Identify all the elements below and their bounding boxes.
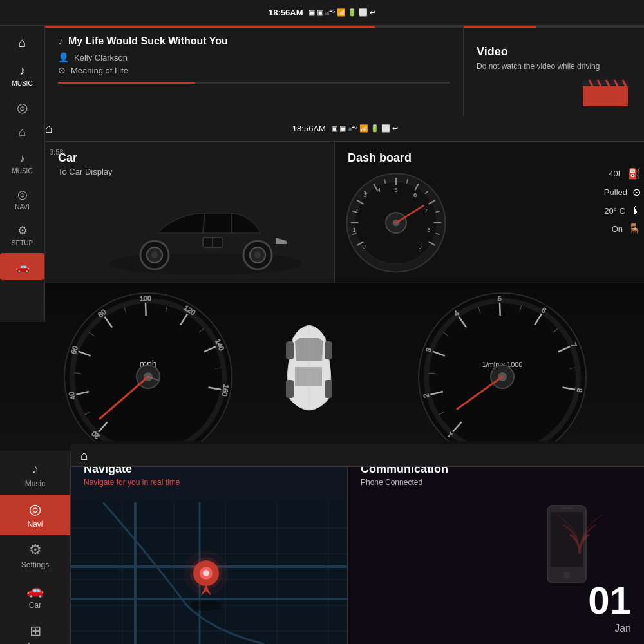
navigate-panel: Navigate Navigate for you in real time bbox=[71, 451, 348, 644]
nav-sidebar-navi[interactable]: ◎ Navi bbox=[0, 495, 70, 535]
top-content-area: ♪ My Life Would Suck Without You 👤 Kelly… bbox=[45, 26, 644, 116]
nav-sidebar-settings[interactable]: ⚙ Settings bbox=[0, 535, 70, 576]
svg-rect-81 bbox=[286, 341, 294, 359]
sidebar-item-music[interactable]: ♪ MUSIC bbox=[0, 57, 44, 93]
status-icons: ▣ ▣ ᵢₗₗ⁴ᴳ 📶 🔋 ⬜ ↩ bbox=[308, 8, 375, 17]
track-time: 3:58 bbox=[46, 145, 66, 159]
car-panel: Car To Car Display bbox=[45, 142, 335, 283]
music-progress-fill bbox=[58, 82, 195, 84]
sidebar2-music[interactable]: ♪ MUSIC bbox=[0, 146, 44, 181]
on-value: On bbox=[612, 224, 623, 234]
svg-point-15 bbox=[254, 252, 261, 258]
sidebar2-music-label: MUSIC bbox=[12, 167, 32, 175]
status-bar: 18:56AM ▣ ▣ ᵢₗₗ⁴ᴳ 📶 🔋 ⬜ ↩ bbox=[0, 0, 644, 26]
nav-sidebar-apps[interactable]: ⊞ Apps bbox=[0, 616, 70, 644]
car-panel-subtitle: To Car Display bbox=[58, 167, 321, 176]
sidebar2-setup-label: SETUP bbox=[12, 240, 33, 247]
svg-text:0: 0 bbox=[362, 243, 365, 250]
nav-sidebar: ♪ Music ◎ Navi ⚙ Settings 🚗 Car ⊞ Apps bbox=[0, 451, 71, 644]
nav-settings-label: Settings bbox=[21, 560, 49, 569]
home-icon-bar2[interactable]: ⌂ bbox=[45, 121, 53, 136]
sidebar2-navi-icon: ◎ bbox=[17, 187, 28, 202]
svg-text:1: 1 bbox=[353, 226, 356, 233]
pull-icon: ⊙ bbox=[632, 186, 641, 198]
svg-point-12 bbox=[151, 252, 158, 258]
dashboard-gauges: 5 6 7 8 9 4 3 2 1 0 bbox=[335, 168, 644, 278]
music-panel: ♪ My Life Would Suck Without You 👤 Kelly… bbox=[45, 26, 464, 116]
signal-svg bbox=[541, 509, 618, 560]
nav-sidebar-car[interactable]: 🚗 Car bbox=[0, 576, 70, 616]
nav-navi-icon: ◎ bbox=[29, 501, 41, 518]
car-image bbox=[77, 180, 334, 283]
svg-rect-0 bbox=[583, 84, 628, 106]
pull-value: Pulled bbox=[604, 187, 627, 197]
sidebar2-setup-icon: ⚙ bbox=[17, 223, 28, 238]
music-title-text: My Life Would Suck Without You bbox=[68, 35, 228, 47]
svg-point-135 bbox=[190, 600, 222, 611]
music-title-row: ♪ My Life Would Suck Without You bbox=[58, 35, 450, 47]
svg-point-7 bbox=[109, 252, 303, 275]
album-icon: ⊙ bbox=[58, 65, 66, 75]
nav-music-label: Music bbox=[25, 479, 45, 488]
svg-text:7: 7 bbox=[424, 207, 428, 214]
artist-icon: 👤 bbox=[58, 52, 69, 62]
music-artist-row: 👤 Kelly Clarkson bbox=[58, 52, 450, 62]
svg-text:3: 3 bbox=[364, 191, 367, 198]
dash-gauge-svg: 5 6 7 8 9 4 3 2 1 0 bbox=[341, 168, 451, 278]
sidebar2-car[interactable]: 🚗 bbox=[0, 253, 44, 280]
music-artist-text: Kelly Clarkson bbox=[74, 53, 128, 62]
sidebar2-navi-label: NAVI bbox=[15, 204, 30, 211]
svg-text:100: 100 bbox=[139, 294, 151, 303]
svg-point-138 bbox=[563, 571, 571, 579]
temp-value: 20° C bbox=[604, 206, 625, 216]
music-album-row: ⊙ Meaning of Life bbox=[58, 65, 450, 75]
home-icon: ⌂ bbox=[18, 35, 26, 50]
nav-sidebar-music[interactable]: ♪ Music bbox=[0, 454, 70, 495]
sidebar2-car-icon: 🚗 bbox=[15, 260, 30, 274]
pull-indicator: Pulled ⊙ bbox=[604, 186, 641, 198]
svg-line-96 bbox=[500, 303, 500, 316]
sidebar2-music-icon: ♪ bbox=[19, 152, 25, 166]
date-month: Jan bbox=[588, 623, 631, 634]
car-panel-header: Car To Car Display bbox=[45, 142, 334, 180]
sidebar-label-music: MUSIC bbox=[12, 80, 32, 87]
music-icon: ♪ bbox=[19, 63, 26, 78]
svg-rect-84 bbox=[325, 380, 332, 398]
sidebar2-home-icon: ⌂ bbox=[19, 126, 26, 139]
fuel-icon: ⛽ bbox=[628, 167, 641, 180]
seat-icon: 🪑 bbox=[628, 223, 641, 235]
svg-text:2: 2 bbox=[355, 207, 358, 214]
home-icon-bar[interactable]: ⌂ bbox=[80, 448, 88, 463]
sidebar-item-home[interactable]: ⌂ bbox=[0, 29, 44, 57]
music-album-text: Meaning of Life bbox=[71, 66, 128, 75]
sidebar2-navi[interactable]: ◎ NAVI bbox=[0, 181, 44, 217]
status-bar2-icons: ▣ ▣ ᵢₗₗ⁴ᴳ 📶 🔋 ⬜ ↩ bbox=[331, 124, 398, 133]
dashboard-title: Dash board bbox=[335, 142, 644, 168]
dash-indicators: 40L ⛽ Pulled ⊙ 20° C 🌡 On 🪑 bbox=[604, 167, 641, 235]
navigate-subtitle: Navigate for you in real time bbox=[84, 478, 334, 487]
svg-line-69 bbox=[74, 373, 80, 374]
nav-apps-label: Apps bbox=[26, 641, 44, 644]
music-note-icon: ♪ bbox=[58, 35, 63, 47]
music-progress-bar[interactable] bbox=[58, 82, 450, 84]
communication-subtitle: Phone Connected bbox=[361, 478, 631, 487]
on-indicator: On 🪑 bbox=[604, 223, 641, 235]
svg-line-60 bbox=[146, 303, 146, 316]
nav-navi-label: Navi bbox=[27, 520, 43, 529]
svg-line-105 bbox=[428, 373, 435, 374]
communication-panel: Communication Phone Connected 01 Jan bbox=[348, 451, 644, 644]
svg-text:6: 6 bbox=[413, 191, 417, 198]
home-bar-bottom: ⌂ bbox=[71, 444, 644, 467]
svg-point-134 bbox=[184, 551, 229, 596]
speedometer-svg: 20 40 60 80 100 120 140 160 bbox=[32, 287, 612, 441]
status-bar-2: ⌂ 18:56AM ▣ ▣ ᵢₗₗ⁴ᴳ 📶 🔋 ⬜ ↩ bbox=[0, 116, 644, 142]
dashboard-panel: Dash board bbox=[335, 142, 644, 283]
svg-text:8: 8 bbox=[427, 226, 430, 233]
sidebar2-home[interactable]: ⌂ bbox=[0, 119, 44, 146]
sidebar2-setup[interactable]: ⚙ SETUP bbox=[0, 217, 44, 253]
svg-text:5: 5 bbox=[497, 294, 502, 302]
fuel-value: 40L bbox=[609, 169, 623, 178]
video-subtitle: Do not watch the video while driving bbox=[477, 62, 631, 71]
clapperboard-icon bbox=[580, 71, 631, 109]
temp-indicator: 20° C 🌡 bbox=[604, 205, 641, 216]
